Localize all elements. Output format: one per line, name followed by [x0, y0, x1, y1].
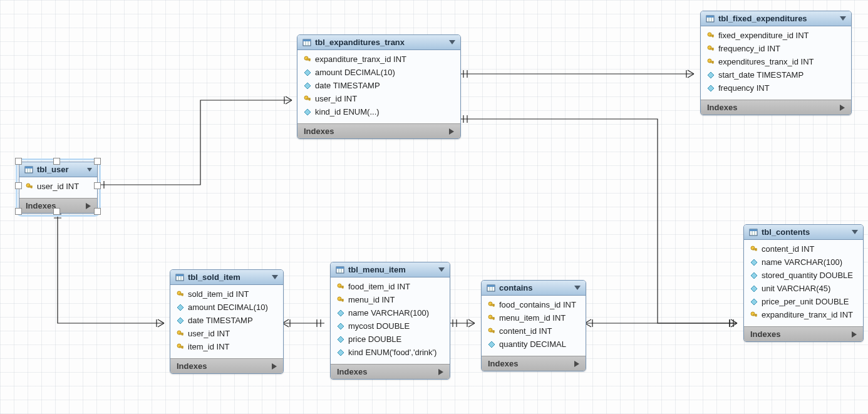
svg-rect-41	[182, 294, 183, 296]
svg-rect-59	[343, 299, 344, 301]
entity-contains[interactable]: contains food_contains_id INTmenu_item_i…	[481, 280, 586, 371]
svg-marker-14	[304, 70, 311, 76]
column-row[interactable]: expanditure_tranx_id INT	[744, 308, 863, 321]
primary-key-icon	[750, 246, 758, 253]
selection-handle[interactable]	[53, 158, 60, 165]
column-row[interactable]: name VARCHAR(100)	[331, 306, 450, 319]
column-row[interactable]: price DOUBLE	[331, 333, 450, 346]
column-row[interactable]: kind ENUM('food','drink')	[331, 346, 450, 359]
column-row[interactable]: date TIMESTAMP	[297, 79, 460, 92]
entity-header[interactable]: tbl_expanditures_tranx	[297, 35, 460, 50]
expand-right-icon	[449, 128, 454, 135]
column-row[interactable]: user_id INT	[19, 180, 97, 193]
column-label: content_id INT	[499, 326, 552, 336]
indexes-label: Indexes	[177, 361, 207, 371]
column-row[interactable]: user_id INT	[297, 92, 460, 105]
svg-marker-19	[304, 109, 311, 115]
entity-header[interactable]: tbl_menu_item	[331, 262, 450, 277]
column-list: sold_item_id INTamount DECIMAL(10)date T…	[170, 285, 283, 358]
column-row[interactable]: kind_id ENUM(...)	[297, 105, 460, 118]
primary-key-icon	[488, 328, 495, 335]
column-row[interactable]: expanditure_tranx_id INT	[297, 53, 460, 66]
column-row[interactable]: frequency_id INT	[701, 42, 851, 55]
column-row[interactable]: quantity DECIMAL	[482, 338, 586, 351]
column-row[interactable]: user_id INT	[170, 327, 283, 340]
column-label: expanditure_tranx_id INT	[315, 54, 406, 64]
column-row[interactable]: item_id INT	[170, 340, 283, 353]
column-icon	[304, 82, 311, 90]
column-label: frequency INT	[718, 83, 770, 93]
relation-end-icon	[467, 319, 475, 327]
column-row[interactable]: menu_id INT	[331, 293, 450, 306]
column-row[interactable]: amount DECIMAL(10)	[170, 301, 283, 314]
selection-handle[interactable]	[94, 208, 101, 215]
column-row[interactable]: food_item_id INT	[331, 280, 450, 293]
primary-key-icon	[707, 45, 715, 53]
indexes-section[interactable]: Indexes	[701, 100, 851, 115]
indexes-section[interactable]: Indexes	[297, 123, 460, 138]
indexes-section[interactable]: Indexes	[331, 364, 450, 379]
relation-user-exp[interactable]	[96, 100, 292, 185]
svg-marker-62	[338, 336, 344, 343]
column-icon	[707, 85, 715, 92]
column-row[interactable]: frequency INT	[701, 81, 851, 95]
selection-handle[interactable]	[94, 182, 101, 189]
selection-handle[interactable]	[94, 158, 101, 165]
column-row[interactable]: unit VARCHAR(45)	[744, 282, 863, 295]
entity-tbl-contents[interactable]: tbl_contents content_id INTname VARCHAR(…	[743, 224, 864, 342]
entity-tbl-sold-item[interactable]: tbl_sold_item sold_item_id INTamount DEC…	[170, 269, 284, 374]
column-icon	[304, 108, 311, 116]
indexes-label: Indexes	[488, 359, 518, 368]
column-row[interactable]: stored_quantity DOUBLE	[744, 269, 863, 282]
indexes-label: Indexes	[304, 127, 334, 136]
table-icon	[336, 266, 344, 274]
column-row[interactable]: date TIMESTAMP	[170, 314, 283, 327]
svg-rect-73	[493, 318, 495, 319]
column-label: food_contains_id INT	[499, 300, 576, 309]
column-row[interactable]: sold_item_id INT	[170, 287, 283, 301]
table-icon	[706, 14, 715, 23]
entity-tbl-menu-item[interactable]: tbl_menu_item food_item_id INTmenu_id IN…	[330, 262, 450, 380]
column-row[interactable]: expenditures_tranx_id INT	[701, 55, 851, 68]
svg-marker-33	[708, 72, 714, 78]
column-row[interactable]: menu_item_id INT	[482, 311, 586, 324]
indexes-section[interactable]: Indexes	[170, 358, 283, 373]
column-row[interactable]: name VARCHAR(100)	[744, 256, 863, 269]
svg-rect-6	[31, 186, 33, 188]
indexes-section[interactable]: Indexes	[482, 356, 586, 371]
column-row[interactable]: content_id INT	[482, 324, 586, 338]
selection-handle[interactable]	[15, 182, 22, 189]
selection-handle[interactable]	[15, 158, 22, 165]
primary-key-icon	[707, 32, 715, 39]
column-label: sold_item_id INT	[188, 289, 249, 299]
primary-key-icon	[750, 311, 758, 319]
entity-header[interactable]: tbl_sold_item	[170, 270, 283, 285]
column-row[interactable]: content_id INT	[744, 242, 863, 256]
primary-key-icon	[337, 296, 344, 304]
entity-tbl-expanditures-tranx[interactable]: tbl_expanditures_tranx expanditure_tranx…	[297, 34, 461, 139]
column-row[interactable]: mycost DOUBLE	[331, 319, 450, 333]
primary-key-icon	[177, 291, 184, 298]
column-row[interactable]: fixed_expenditure_id INT	[701, 29, 851, 42]
column-row[interactable]: amount DECIMAL(10)	[297, 66, 460, 79]
entity-tbl-fixed-expenditures[interactable]: tbl_fixed_expenditures fixed_expenditure…	[700, 11, 852, 115]
column-icon	[337, 336, 344, 343]
indexes-section[interactable]: Indexes	[744, 326, 863, 341]
selection-handle[interactable]	[15, 208, 22, 215]
relation-end-icon	[284, 96, 292, 104]
entity-tbl-user[interactable]: tbl_user user_id INT Indexes	[19, 162, 98, 214]
column-icon	[488, 341, 495, 348]
selection-handle[interactable]	[53, 208, 60, 215]
column-row[interactable]: price_per_unit DOUBLE	[744, 295, 863, 308]
column-row[interactable]: food_contains_id INT	[482, 298, 586, 311]
column-row[interactable]: start_date TIMESTAMP	[701, 68, 851, 81]
entity-header[interactable]: tbl_fixed_expenditures	[701, 11, 851, 26]
entity-title: tbl_fixed_expenditures	[718, 14, 807, 23]
svg-rect-32	[713, 61, 714, 63]
entity-header[interactable]: contains	[482, 281, 586, 296]
primary-key-icon	[488, 314, 495, 322]
entity-header[interactable]: tbl_contents	[744, 225, 863, 240]
svg-rect-13	[309, 59, 311, 61]
svg-marker-63	[338, 349, 344, 356]
relation-user-sold[interactable]	[58, 210, 164, 323]
